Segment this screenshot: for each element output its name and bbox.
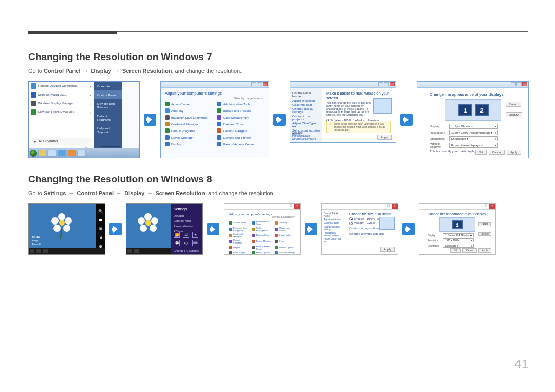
cp-item[interactable]: AutoPlay — [275, 220, 295, 226]
cp-item[interactable]: Date and Time — [217, 121, 265, 127]
cp-item[interactable]: Devices and Printers — [275, 226, 295, 232]
taskbar-item[interactable] — [38, 150, 47, 157]
field-dropdown[interactable]: Extend these displays ▾ — [449, 143, 498, 148]
detect-button[interactable]: Detect — [478, 222, 490, 226]
network-icon[interactable]: 📶 — [174, 232, 180, 238]
cp-item[interactable]: Device Manager — [252, 238, 272, 244]
cp-item[interactable]: Action Center — [165, 101, 213, 107]
apply-button[interactable]: Apply — [377, 135, 392, 140]
cp-item[interactable]: BitLocker Drive Encryption — [229, 226, 249, 232]
view-by-selector[interactable]: View by: Small icons ▾ — [229, 216, 295, 218]
taskbar-item[interactable] — [58, 150, 66, 157]
cp-item[interactable]: Location Settings — [275, 251, 295, 254]
cancel-button[interactable]: Cancel — [489, 150, 505, 155]
cp-item[interactable]: AutoPlay — [165, 108, 213, 114]
start-right-item[interactable]: Help and Support — [94, 124, 122, 136]
volume-icon[interactable]: 🔊 — [183, 232, 189, 238]
cp-item[interactable]: Ease of Access Center — [217, 141, 265, 147]
cp-item[interactable]: Backup and Restore — [217, 108, 265, 114]
keyboard-icon[interactable]: ⌨ — [192, 240, 198, 246]
cancel-button[interactable]: Cancel — [462, 248, 477, 253]
settings-item[interactable]: Personalization — [174, 223, 199, 229]
cp-item[interactable]: Display — [229, 245, 249, 250]
display-nav-link[interactable]: Adjust ClearType text — [292, 122, 320, 128]
start-right-item[interactable]: Control Panel — [94, 90, 122, 99]
field-dropdown[interactable]: Landscape ▾ — [443, 244, 474, 248]
monitor-1-icon[interactable]: 1 — [458, 104, 472, 116]
display-nav-link[interactable]: Connect to a projector — [292, 115, 320, 121]
field-dropdown[interactable]: 1920 × 1080 (recommended) ▾ — [449, 130, 498, 135]
start-right-item[interactable]: Devices and Printers — [94, 99, 122, 111]
devices-charm-icon[interactable]: 🖥 — [98, 235, 103, 240]
cp-item[interactable]: Internet Options — [275, 245, 295, 250]
display-nav-link[interactable]: Change display settings — [324, 226, 343, 231]
cp-item[interactable]: BitLocker Drive Encryption — [165, 115, 213, 120]
display-nav-link[interactable]: Project to a second screen — [324, 232, 343, 237]
change-pc-settings-link[interactable]: Change PC settings — [174, 249, 199, 252]
cp-item[interactable]: Credential Manager — [165, 121, 213, 127]
field-dropdown[interactable]: Landscape ▾ — [449, 136, 498, 141]
apply-button[interactable]: Apply — [507, 150, 521, 155]
start-menu-item[interactable]: Microsoft Office Excel 2007▸ — [29, 108, 94, 117]
field-dropdown[interactable]: 1. SyncMaster ▾ — [449, 124, 498, 129]
display-nav-link[interactable]: Adjust ClearType text — [324, 238, 343, 243]
cp-item[interactable]: Family Safety — [275, 232, 295, 238]
ok-button[interactable]: OK — [475, 150, 487, 155]
apply-button[interactable]: Apply — [380, 247, 395, 252]
display-nav-link[interactable]: Adjust resolution — [292, 99, 320, 102]
start-right-item[interactable]: Computer — [94, 82, 122, 90]
cp-item[interactable]: Devices and Printers — [217, 135, 265, 140]
all-programs-button[interactable]: All Programs — [31, 138, 91, 145]
cp-item[interactable]: Fonts — [275, 238, 295, 244]
display-nav-link[interactable]: Adjust resolution — [324, 218, 343, 221]
start-menu-item[interactable]: Wireless Display Manager▸ — [29, 99, 94, 108]
field-dropdown[interactable]: 1. Generic PnP Monitor ▾ — [443, 233, 474, 237]
display-nav-link[interactable]: Devices and Printers — [292, 137, 316, 140]
share-charm-icon[interactable]: ⇄ — [98, 218, 103, 223]
start-right-item[interactable]: Default Programs — [94, 111, 122, 124]
cp-item[interactable]: Color Management — [217, 115, 265, 120]
cp-item[interactable]: Ease of Access Center — [252, 245, 272, 250]
display-nav-left: Control Panel HomeAdjust resolutionCalib… — [290, 88, 322, 142]
brightness-icon[interactable]: ☀ — [192, 232, 198, 238]
cp-item[interactable]: Folder Options — [252, 251, 272, 254]
power-icon[interactable]: ⏻ — [183, 240, 189, 246]
monitor-2-icon[interactable]: 2 — [475, 104, 489, 116]
notifications-icon[interactable]: 💬 — [174, 240, 180, 246]
identify-button[interactable]: Identify — [506, 112, 522, 117]
cp-item[interactable]: Flash Player — [229, 251, 249, 254]
display-nav-link[interactable]: Change display settings — [292, 107, 320, 114]
search-charm-icon[interactable]: 🔍 — [98, 209, 103, 214]
detect-button[interactable]: Detect — [506, 102, 521, 107]
cp-item[interactable]: Display — [165, 141, 213, 147]
taskbar-item[interactable] — [77, 150, 86, 157]
identify-button[interactable]: Identify — [478, 232, 491, 236]
settings-item[interactable]: Desktop — [174, 213, 199, 218]
advanced-settings-link[interactable]: Advanced settings — [468, 254, 487, 255]
display-nav-link[interactable]: Calibrate color — [324, 222, 343, 225]
cp-item[interactable]: Color Management — [252, 226, 272, 232]
ok-button[interactable]: OK — [450, 248, 461, 253]
cp-item[interactable]: Desktop Gadgets — [217, 128, 265, 134]
start-menu-item[interactable]: Remote Desktop Connection▸ — [29, 82, 94, 90]
cp-item[interactable]: Default Programs — [229, 238, 249, 244]
display-nav-link[interactable]: Calibrate color — [292, 103, 320, 106]
cp-item-icon — [165, 135, 170, 140]
cp-item[interactable]: Administrative Tools — [252, 220, 272, 226]
monitor-1-icon[interactable]: 1 — [452, 220, 463, 229]
apply-button[interactable]: Apply — [478, 248, 491, 253]
cp-item[interactable]: Action Center — [229, 220, 249, 226]
settings-item[interactable]: Control Panel — [174, 218, 199, 223]
taskbar-item[interactable] — [67, 150, 76, 157]
start-orb-icon[interactable] — [30, 150, 37, 157]
cp-item[interactable]: Date and Time — [252, 232, 272, 238]
view-by-selector[interactable]: View by: Large icons ▾ — [165, 97, 263, 100]
cp-item[interactable]: Administrative Tools — [217, 101, 265, 107]
start-menu-item[interactable]: Microsoft Word 2010▸ — [29, 90, 94, 99]
cp-item[interactable]: Device Manager — [165, 135, 213, 140]
taskbar-item[interactable] — [48, 150, 57, 157]
field-dropdown[interactable]: 1920 × 1080 ▾ — [443, 238, 474, 242]
start-charm-icon[interactable]: ⊞ — [98, 227, 103, 232]
cp-item[interactable]: Default Programs — [165, 128, 213, 134]
cp-item[interactable]: Credential Manager — [229, 232, 249, 238]
